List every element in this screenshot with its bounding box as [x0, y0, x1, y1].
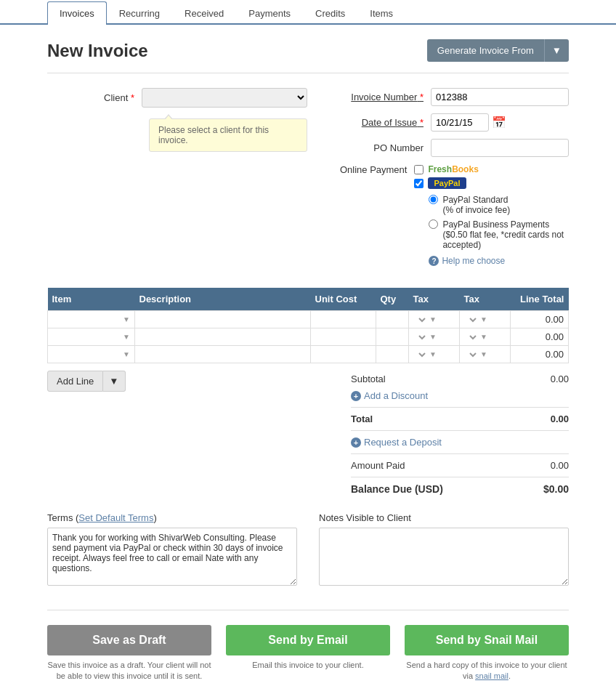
plus-icon: + — [351, 391, 361, 401]
tax1-arrow-1[interactable]: ▼ — [429, 315, 437, 323]
col-item: Item — [48, 288, 135, 311]
request-deposit-link[interactable]: + Request a Deposit — [351, 437, 442, 448]
item-input-1[interactable] — [52, 315, 121, 325]
date-input[interactable] — [431, 113, 489, 132]
paypal-standard-label: PayPal Standard — [442, 195, 508, 205]
invoice-number-label: Invoice Number * — [336, 92, 431, 102]
notes-textarea[interactable] — [319, 528, 569, 586]
tax2-select-2[interactable] — [464, 332, 479, 342]
qty-1[interactable] — [381, 315, 404, 325]
total-label: Total — [351, 413, 373, 424]
payment-options: FreshBooks PayPal PayPal Standard — [414, 164, 569, 266]
deposit-label: Request a Deposit — [364, 437, 442, 448]
paypal-business-radio[interactable] — [429, 219, 438, 229]
tax1-arrow-3[interactable]: ▼ — [429, 350, 437, 358]
item-arrow-3[interactable]: ▼ — [123, 350, 130, 358]
totals-divider-4 — [351, 477, 569, 477]
po-label: PO Number — [336, 142, 431, 153]
email-desc: Email this invoice to your client. — [252, 660, 363, 671]
unit-cost-3[interactable] — [315, 350, 371, 360]
deposit-plus-icon: + — [351, 437, 361, 448]
send-email-button[interactable]: Send by Email — [226, 625, 390, 655]
paypal-option: PayPal — [414, 177, 569, 189]
tax2-cell-2: ▼ — [464, 332, 506, 342]
tax1-cell-2: ▼ — [413, 332, 455, 342]
line-total-1: 0.00 — [511, 311, 569, 328]
qty-3[interactable] — [381, 350, 404, 360]
line-items-table: Item Description Unit Cost Qty Tax Tax L… — [47, 288, 569, 363]
tab-credits[interactable]: Credits — [303, 1, 357, 25]
po-input[interactable] — [431, 139, 569, 157]
qty-2[interactable] — [381, 332, 404, 342]
terms-label: Terms (Set Default Terms) — [47, 512, 297, 523]
online-payment-label: Online Payment — [336, 164, 414, 175]
tax1-select-2[interactable] — [413, 332, 428, 342]
tax2-select-1[interactable] — [464, 315, 479, 325]
generate-invoice-button[interactable]: Generate Invoice From — [427, 39, 544, 62]
tab-items[interactable]: Items — [357, 1, 405, 25]
tax2-cell-1: ▼ — [464, 315, 506, 325]
balance-due-row: Balance Due (USD) $0.00 — [351, 480, 569, 498]
freshbooks-option: FreshBooks — [414, 164, 569, 174]
add-discount-link[interactable]: + Add a Discount — [351, 390, 428, 401]
paypal-checkbox[interactable] — [414, 179, 423, 188]
calendar-icon[interactable]: 📅 — [492, 116, 506, 129]
add-line-arrow[interactable]: ▼ — [103, 371, 125, 392]
item-arrow-2[interactable]: ▼ — [123, 333, 130, 341]
tax2-cell-3: ▼ — [464, 350, 506, 360]
client-section: Client * Please select a client for this… — [47, 88, 307, 273]
save-draft-button[interactable]: Save as Draft — [47, 625, 211, 655]
freshbooks-checkbox[interactable] — [414, 165, 423, 174]
add-line-button[interactable]: Add Line — [47, 371, 103, 392]
item-arrow-1[interactable]: ▼ — [123, 315, 130, 323]
totals-divider — [351, 407, 569, 408]
set-default-terms-link[interactable]: Set Default Terms — [78, 512, 153, 523]
discount-row: + Add a Discount — [351, 387, 569, 404]
tax1-select-3[interactable] — [413, 350, 428, 360]
unit-cost-2[interactable] — [315, 332, 371, 342]
deposit-row: + Request a Deposit — [351, 434, 569, 451]
paypal-logo: PayPal — [428, 177, 466, 189]
date-label: Date of Issue * — [336, 117, 431, 128]
tax2-arrow-1[interactable]: ▼ — [480, 315, 487, 323]
subtotal-label: Subtotal — [351, 374, 386, 384]
tax1-select-1[interactable] — [413, 315, 428, 325]
client-required: * — [131, 92, 134, 103]
unit-cost-1[interactable] — [315, 315, 371, 325]
draft-desc: Save this invoice as a draft. Your clien… — [47, 660, 211, 682]
paypal-suboptions: PayPal Standard (% of invoice fee) PayPa… — [429, 195, 569, 250]
tax1-arrow-2[interactable]: ▼ — [429, 333, 437, 341]
col-tax1: Tax — [409, 288, 460, 311]
paypal-standard-radio[interactable] — [429, 195, 438, 204]
tab-recurring[interactable]: Recurring — [107, 1, 172, 25]
terms-textarea[interactable] — [47, 528, 297, 586]
tax2-arrow-3[interactable]: ▼ — [480, 350, 487, 358]
amount-paid-label: Amount Paid — [351, 460, 405, 471]
invoice-number-input[interactable] — [431, 88, 569, 106]
tab-invoices[interactable]: Invoices — [47, 1, 107, 25]
snail-col: Send by Snail Mail Send a hard copy of t… — [405, 625, 569, 682]
line-total-3: 0.00 — [511, 346, 569, 363]
client-select[interactable] — [142, 88, 307, 108]
description-input-2[interactable] — [139, 332, 306, 342]
col-tax2: Tax — [460, 288, 511, 311]
item-input-3[interactable] — [52, 350, 121, 360]
freshbooks-logo: FreshBooks — [428, 164, 478, 174]
description-input-3[interactable] — [139, 350, 306, 360]
subtotal-value: 0.00 — [551, 374, 569, 384]
generate-invoice-arrow[interactable]: ▼ — [544, 39, 569, 62]
tax2-select-3[interactable] — [464, 350, 479, 360]
col-qty: Qty — [376, 288, 409, 311]
amount-paid-row: Amount Paid 0.00 — [351, 457, 569, 474]
description-input-1[interactable] — [139, 315, 306, 325]
item-input-2[interactable] — [52, 332, 121, 342]
tab-received[interactable]: Received — [172, 1, 236, 25]
send-snail-button[interactable]: Send by Snail Mail — [405, 625, 569, 655]
below-table-section: Add Line ▼ Subtotal 0.00 + Add a Discoun… — [47, 371, 569, 498]
snail-mail-link[interactable]: snail mail — [475, 671, 508, 680]
tab-payments[interactable]: Payments — [236, 1, 303, 25]
help-me-choose-link[interactable]: ? Help me choose — [429, 256, 569, 266]
invoice-form: Client * Please select a client for this… — [47, 88, 569, 273]
tax2-arrow-2[interactable]: ▼ — [480, 333, 487, 341]
client-row: Client * — [47, 88, 307, 108]
